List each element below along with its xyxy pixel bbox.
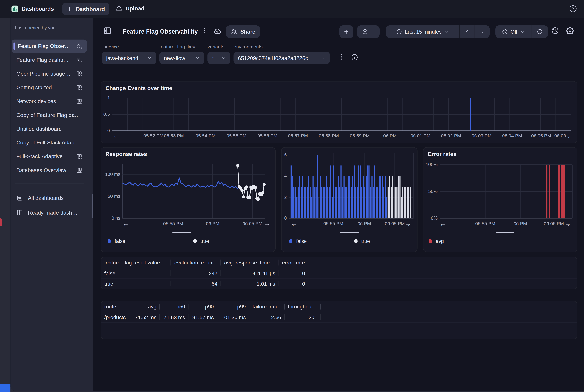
pan-right-arrow[interactable]: → [566,222,570,228]
history-button[interactable] [551,27,559,35]
collapse-sidebar-button[interactable] [103,26,112,35]
column-header[interactable]: p90 [188,301,217,312]
sidebar-item[interactable]: Network devices [12,95,87,108]
legend-dot [108,239,111,243]
column-header[interactable]: feature_flag.result.value [101,257,171,268]
auto-refresh-label: Off [510,29,517,35]
legend-item-avg[interactable]: avg [429,238,444,244]
refresh-now-button[interactable] [531,25,548,38]
app-home-button[interactable]: Dashboards [11,5,54,13]
sync-status-button[interactable] [213,27,222,36]
time-scrollbar[interactable] [340,232,359,233]
cloud-sync-icon [213,27,222,36]
settings-button[interactable] [566,27,574,35]
sidebar-item[interactable]: Copy of Full-Stack Adap… [12,136,87,149]
sidebar-item-label: Databases Overview [16,167,76,173]
chart-canvas[interactable] [101,148,275,252]
time-back-button[interactable] [459,25,474,38]
help-button[interactable] [569,4,577,13]
share-button[interactable]: Share [226,25,260,38]
legend-item-true[interactable]: true [193,238,209,244]
panel-route-table: routeavgp50p90p99failure_ratethroughput/… [100,301,577,339]
column-header[interactable]: route [101,301,131,312]
refresh-clock-icon [502,28,508,35]
column-header[interactable]: error_rate [279,257,308,268]
panel-flag-table: feature_flag.result.valueevaluation_coun… [100,257,577,289]
time-scrollbar[interactable] [172,232,191,233]
panel-left-icon [103,26,112,35]
filter-select-feature_flag_key[interactable]: new-flow [160,52,204,64]
dashboard-menu-button[interactable] [200,27,208,35]
sidebar-item[interactable]: Getting started [12,81,87,94]
x-axis-tick: 06:05 PM [242,221,262,226]
legend-label: true [361,238,370,244]
time-forward-button[interactable] [474,25,490,38]
legend-item-true[interactable]: true [354,238,370,244]
column-header[interactable]: avg_response_time [221,257,279,268]
plus-icon [343,28,350,35]
column-header[interactable]: p50 [160,301,188,312]
sidebar-footer-item[interactable]: All dashboards [12,192,87,205]
y-axis-tick: 0% [424,216,438,221]
table-cell: 1.01 ms [221,279,279,289]
column-header[interactable]: avg [131,301,160,312]
sidebar-item-label: Copy of Full-Stack Adap… [16,140,87,146]
auto-refresh-button[interactable]: Off [495,25,531,38]
x-axis-tick: 06:05 PM [385,221,405,226]
new-dashboard-label: Dashboard [76,6,105,12]
filter-select-service[interactable]: java-backend [102,52,156,64]
pan-left-arrow[interactable]: ← [124,222,128,228]
column-header[interactable]: failure_rate [249,301,285,312]
sidebar-item[interactable]: Untitled dashboard [12,122,87,136]
upload-button[interactable]: Upload [116,5,144,12]
table-cell: 411.41 µs [221,268,279,278]
sidebar-item[interactable]: Feature Flag Obser… [12,40,87,53]
pan-left-arrow[interactable]: ← [114,134,118,140]
filter-select-variants[interactable]: * [208,52,230,64]
panel-error-rates: Error rates100%50%0%05:55 PM06 PM06:05 P… [423,147,577,252]
column-header[interactable]: throughput [284,301,321,312]
share-label: Share [240,29,256,35]
sidebar-item[interactable]: OpenPipeline usage… [12,67,87,80]
pan-left-arrow[interactable]: ← [441,222,445,228]
x-axis-tick: 06 PM [383,134,397,138]
sidebar-item-label: Untitled dashboard [16,126,87,132]
sidebar-footer-item[interactable]: Ready-made dash… [12,206,87,219]
pan-right-arrow[interactable]: → [406,222,410,228]
chevron-down-icon [370,29,375,34]
chevron-down-icon [520,29,525,34]
new-dashboard-button[interactable]: Dashboard [62,2,109,15]
filters-menu-button[interactable] [338,53,345,61]
upload-icon [116,5,123,12]
x-axis-tick: 05:55 PM [163,221,183,226]
time-scrollbar[interactable] [496,232,514,233]
y-axis-tick: 50 ms [101,194,120,199]
time-range-button[interactable]: Last 15 minutes [386,25,459,38]
filters-info-button[interactable] [351,54,358,61]
chevron-left-icon [464,29,470,34]
table-cell: 71.52 ms [131,312,160,322]
legend-item-false[interactable]: false [108,238,126,244]
x-axis-tick: 05:55 PM [475,221,495,226]
x-axis-tick: 06:05 PM [531,134,551,138]
chart-canvas[interactable] [282,148,417,252]
view-mode-button[interactable] [357,25,380,38]
pan-right-arrow[interactable]: → [265,222,269,228]
sidebar-scrollbar[interactable] [92,194,93,218]
add-widget-button[interactable] [339,25,354,38]
rail-notification-badge[interactable] [0,218,2,226]
sidebar-item[interactable]: Copy of Feature Flag da… [12,108,87,122]
pan-right-arrow[interactable]: → [566,134,570,140]
sidebar-item[interactable]: Feature Flag dashb… [12,53,87,66]
column-header[interactable]: p99 [217,301,249,312]
filter-select-environments[interactable]: 651209c374a1f02aa2a3226c [234,52,330,64]
sidebar-item[interactable]: Full-Stack Adaptive… [12,150,87,163]
chart-canvas[interactable] [424,148,577,252]
legend-label: false [115,238,125,244]
selected-indicator [13,42,15,50]
main-area: Feature Flag Observability Share [93,18,584,391]
column-header[interactable]: evaluation_count [171,257,221,268]
legend-item-false[interactable]: false [289,238,307,244]
sidebar-item[interactable]: Databases Overview [12,164,87,177]
pan-left-arrow[interactable]: ← [292,222,296,228]
